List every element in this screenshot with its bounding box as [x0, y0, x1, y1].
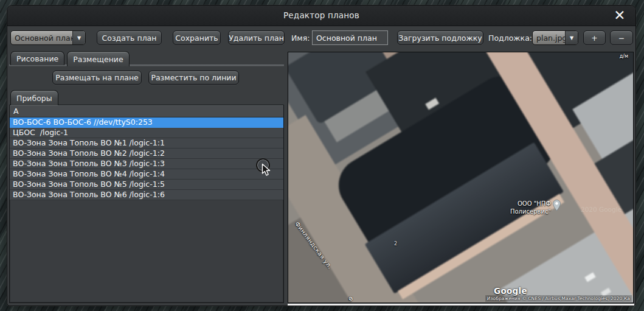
- name-label: Имя:: [291, 30, 310, 45]
- plan-map-canvas[interactable]: д/м Финляндская ул. Ф 2 ООО "НПФ Полисер…: [288, 52, 634, 303]
- poi-label[interactable]: ООО "НПФ Полисервис": [495, 200, 551, 215]
- place-by-line-button[interactable]: Разместить по линии: [148, 71, 239, 85]
- tab-bar: Рисование Размещение: [10, 51, 130, 66]
- poi-label-line1: ООО "НПФ: [495, 200, 551, 208]
- device-row[interactable]: ВО-Зона Зона Тополь ВО №5 /logic-1:5: [10, 180, 283, 190]
- tab-placement[interactable]: Размещение: [67, 51, 129, 66]
- satellite-image: [288, 52, 634, 303]
- underlay-selector[interactable]: plan.jpg ▼: [532, 30, 578, 45]
- close-icon[interactable]: ✕: [611, 7, 628, 24]
- device-list-column-header[interactable]: А: [10, 105, 283, 117]
- load-underlay-button[interactable]: Загрузить подложку: [397, 30, 483, 45]
- zoom-in-button[interactable]: +: [583, 30, 606, 45]
- titlebar[interactable]: Редактор планов ✕: [7, 5, 635, 26]
- tab-drawing[interactable]: Рисование: [10, 51, 64, 65]
- tab-devices[interactable]: Приборы: [10, 90, 58, 105]
- device-row[interactable]: ВО-Зона Зона Тополь ВО №6 /logic-1:6: [10, 190, 283, 200]
- zoom-out-button[interactable]: −: [610, 30, 633, 45]
- device-list: А ВО-БОС-6 ВО-БОС-6 //dev/ttyS0:253 ЦБОС…: [9, 105, 284, 303]
- map-bottom-edge: [288, 304, 634, 306]
- satellite-shape: [328, 302, 375, 303]
- device-row[interactable]: ВО-Зона Зона Тополь ВО №3 /logic-1:3: [10, 159, 283, 169]
- plan-editor-window: Редактор планов ✕ Основной план ▼ Создат…: [7, 5, 636, 306]
- save-button[interactable]: Сохранить: [173, 30, 221, 45]
- scale-label: д/м: [620, 54, 628, 59]
- google-logo: Google: [494, 286, 527, 296]
- placement-actions: Размещать на плане Разместить по линии: [52, 71, 239, 85]
- map-attribution: Изображения © CNES / Airbus,Maxar Techno…: [485, 295, 632, 302]
- place-on-plan-button[interactable]: Размещать на плане: [52, 71, 142, 85]
- google-faint-watermark: 2020 Google: [581, 206, 621, 213]
- device-row[interactable]: ВО-Зона Зона Тополь ВО №2 /logic-1:2: [10, 149, 283, 159]
- desktop: Редактор планов ✕ Основной план ▼ Создат…: [0, 0, 644, 311]
- building-number-label: 2: [394, 241, 397, 246]
- chevron-down-icon[interactable]: ▼: [565, 31, 578, 44]
- underlay-label: Подложка:: [488, 30, 532, 45]
- delete-plan-button[interactable]: Удалить план: [228, 30, 285, 45]
- mouse-cursor: [261, 163, 271, 176]
- chevron-down-icon[interactable]: ▼: [72, 31, 85, 44]
- device-row[interactable]: ЦБОС /logic-1: [10, 128, 283, 138]
- device-row[interactable]: ВО-Зона Зона Тополь ВО №4 /logic-1:4: [10, 169, 283, 180]
- device-row[interactable]: ВО-Зона Зона Тополь ВО №1 /logic-1:1: [10, 138, 283, 149]
- device-row[interactable]: ВО-БОС-6 ВО-БОС-6 //dev/ttyS0:253: [10, 117, 283, 128]
- poi-label-line2: Полисервис": [495, 208, 551, 215]
- toolbar: Основной план ▼ Создать план Сохранить У…: [7, 26, 635, 49]
- plan-selector-value: Основной план: [11, 33, 72, 43]
- name-input[interactable]: [312, 30, 388, 45]
- underlay-selector-value: plan.jpg: [533, 33, 565, 43]
- plan-selector[interactable]: Основной план ▼: [10, 30, 86, 45]
- map-pin-icon[interactable]: [553, 200, 561, 211]
- window-title: Редактор планов: [7, 10, 635, 20]
- create-plan-button[interactable]: Создать план: [97, 30, 162, 45]
